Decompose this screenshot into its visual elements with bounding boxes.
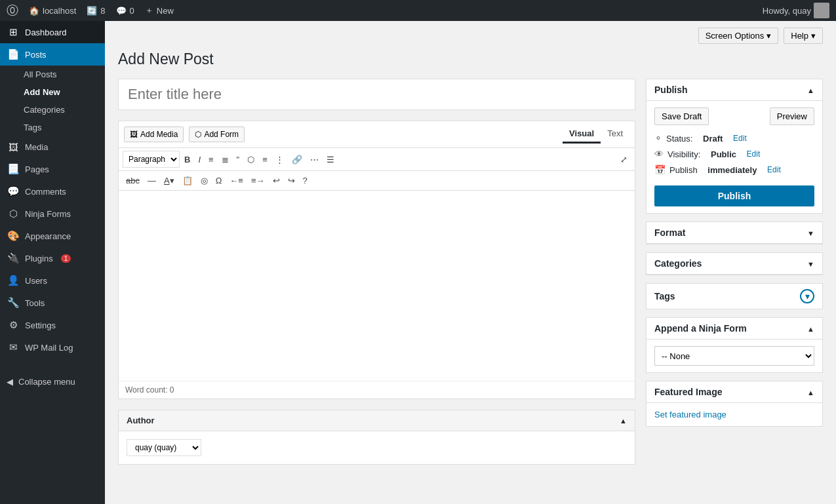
- sidebar-item-media[interactable]: 🖼 Media: [0, 136, 105, 158]
- categories-box: Categories: [646, 252, 823, 275]
- plugins-icon: 🔌: [7, 252, 20, 264]
- help-chevron-icon: ▾: [811, 31, 816, 41]
- blockquote-button[interactable]: ": [233, 153, 243, 166]
- adminbar-new[interactable]: ＋ New: [145, 5, 174, 16]
- save-draft-button[interactable]: Save Draft: [654, 107, 709, 125]
- media-icon: 🖼: [7, 142, 20, 153]
- categories-box-header[interactable]: Categories: [647, 253, 822, 275]
- publish-chevron-up-icon: [807, 85, 814, 95]
- status-edit-link[interactable]: Edit: [733, 134, 747, 143]
- indent-button[interactable]: ≡→: [248, 174, 268, 187]
- publish-box-body: Save Draft Preview ⚬ Status: Draft Edit …: [647, 101, 822, 213]
- admin-sidebar: ⊞ Dashboard 📄 Posts All Posts Add New Ca…: [0, 21, 105, 504]
- screen-options-chevron-icon: ▾: [766, 31, 771, 41]
- bold-button[interactable]: B: [181, 153, 193, 166]
- editor-container: 🖼 Add Media ⬡ Add Form Visual Text: [118, 121, 635, 399]
- admin-bar: ⓪ 🏠 localhost 🔄 8 💬 0 ＋ New Howdy, quay: [0, 0, 836, 21]
- calendar-icon: 📅: [654, 165, 666, 175]
- dashboard-icon: ⊞: [7, 26, 20, 38]
- adminbar-updates[interactable]: 🔄 8: [87, 6, 105, 16]
- sidebar-item-users[interactable]: 👤 Users: [0, 269, 105, 292]
- redo-button[interactable]: ↪: [285, 174, 298, 187]
- sidebar-item-appearance[interactable]: 🎨 Appearance: [0, 225, 105, 247]
- publish-box-header[interactable]: Publish: [647, 79, 822, 101]
- content-area: 🖼 Add Media ⬡ Add Form Visual Text: [118, 79, 823, 465]
- add-media-button[interactable]: 🖼 Add Media: [124, 126, 184, 142]
- collapse-arrow-icon: ◀: [7, 377, 13, 387]
- publish-box: Publish Save Draft Preview ⚬ Status: Dra…: [646, 79, 823, 214]
- tab-text[interactable]: Text: [601, 125, 629, 144]
- sidebar-item-categories[interactable]: Categories: [0, 101, 105, 119]
- hr-button[interactable]: —: [144, 174, 159, 187]
- adminbar-comments[interactable]: 💬 0: [116, 6, 134, 16]
- formatting-bar-1: Paragraph B I ≡ ≣ " ⬡ ≡ ⋮ 🔗 ⋯ ☰ ⤢: [119, 148, 635, 171]
- sidebar-item-all-posts[interactable]: All Posts: [0, 66, 105, 83]
- sidebar-item-add-new[interactable]: Add New: [0, 83, 105, 101]
- sidebar-item-plugins[interactable]: 🔌 Plugins 1: [0, 247, 105, 269]
- set-featured-image-link[interactable]: Set featured image: [654, 410, 727, 419]
- italic-button[interactable]: I: [195, 153, 204, 166]
- expand-button[interactable]: ⤢: [617, 153, 631, 166]
- featured-image-chevron-up-icon: [807, 387, 814, 397]
- plugins-badge: 1: [61, 254, 71, 263]
- sidebar-item-comments[interactable]: 💬 Comments: [0, 180, 105, 203]
- posts-submenu: All Posts Add New Categories Tags: [0, 66, 105, 136]
- ninja-form-select[interactable]: -- None: [654, 346, 814, 366]
- publish-button[interactable]: Publish: [654, 185, 814, 206]
- tags-toggle-button[interactable]: ▾: [800, 289, 814, 303]
- collapse-menu-btn[interactable]: ◀ Collapse menu: [0, 372, 105, 392]
- sidebar-item-posts[interactable]: 📄 Posts: [0, 43, 105, 66]
- author-chevron-up-icon: [620, 416, 627, 425]
- ul-button[interactable]: ≡: [205, 153, 217, 166]
- paste-as-text-button[interactable]: 📋: [179, 174, 196, 187]
- align-right-button[interactable]: ⋮: [272, 153, 287, 166]
- undo-button[interactable]: ↩: [269, 174, 283, 187]
- help-toolbar-button[interactable]: ?: [300, 174, 311, 187]
- publish-time-value: immediately: [707, 165, 757, 175]
- special-chars-button[interactable]: Ω: [212, 174, 226, 187]
- sidebar-item-settings[interactable]: ⚙ Settings: [0, 314, 105, 336]
- sidebar-item-dashboard[interactable]: ⊞ Dashboard: [0, 21, 105, 43]
- paragraph-select[interactable]: Paragraph: [123, 151, 180, 168]
- strikethrough-button[interactable]: abc: [123, 174, 143, 187]
- visibility-edit-link[interactable]: Edit: [747, 149, 761, 159]
- featured-image-box-header[interactable]: Featured Image: [647, 381, 822, 403]
- help-button[interactable]: Help ▾: [784, 28, 823, 44]
- sidebar-item-tags[interactable]: Tags: [0, 119, 105, 136]
- add-form-button[interactable]: ⬡ Add Form: [189, 126, 245, 142]
- format-box-header[interactable]: Format: [647, 222, 822, 244]
- outdent-button[interactable]: ←≡: [226, 174, 247, 187]
- ol-button[interactable]: ≣: [218, 153, 232, 166]
- more-button[interactable]: ⋯: [307, 153, 322, 166]
- appearance-icon: 🎨: [7, 230, 20, 242]
- sidebar-item-wp-mail-log[interactable]: ✉ WP Mail Log: [0, 336, 105, 359]
- author-box-header[interactable]: Author: [119, 410, 635, 431]
- align-left-button[interactable]: ⬡: [244, 153, 258, 166]
- toggle-toolbar-button[interactable]: ☰: [323, 153, 338, 166]
- adminbar-wp-logo[interactable]: ⓪: [7, 3, 18, 18]
- ninja-form-box-header[interactable]: Append a Ninja Form: [647, 318, 822, 339]
- link-button[interactable]: 🔗: [289, 153, 306, 166]
- tags-box-header[interactable]: Tags ▾: [647, 284, 822, 309]
- remove-format-button[interactable]: ◎: [197, 174, 211, 187]
- post-title-input[interactable]: [118, 79, 635, 110]
- ninja-form-box-title: Append a Ninja Form: [654, 323, 747, 334]
- status-row: ⚬ Status: Draft Edit: [654, 133, 814, 144]
- author-box: Author quay (quay): [118, 410, 635, 465]
- sidebar-item-pages[interactable]: 📃 Pages: [0, 158, 105, 180]
- text-color-button[interactable]: A▾: [161, 174, 178, 187]
- align-center-button[interactable]: ≡: [259, 153, 271, 166]
- sidebar-item-tools[interactable]: 🔧 Tools: [0, 292, 105, 314]
- tools-icon: 🔧: [7, 297, 20, 309]
- main-content: Screen Options ▾ Help ▾ Add New Post 🖼 A…: [105, 21, 836, 504]
- author-select[interactable]: quay (quay): [127, 439, 201, 456]
- adminbar-site[interactable]: 🏠 localhost: [29, 6, 76, 16]
- preview-button[interactable]: Preview: [770, 107, 814, 125]
- ninja-forms-icon: ⬡: [7, 208, 20, 220]
- publish-time-edit-link[interactable]: Edit: [767, 165, 781, 174]
- tab-visual[interactable]: Visual: [563, 125, 601, 144]
- editor-body[interactable]: [119, 191, 635, 381]
- adminbar-howdy: Howdy, quay: [763, 3, 829, 18]
- screen-options-button[interactable]: Screen Options ▾: [698, 28, 779, 44]
- sidebar-item-ninja-forms[interactable]: ⬡ Ninja Forms: [0, 203, 105, 225]
